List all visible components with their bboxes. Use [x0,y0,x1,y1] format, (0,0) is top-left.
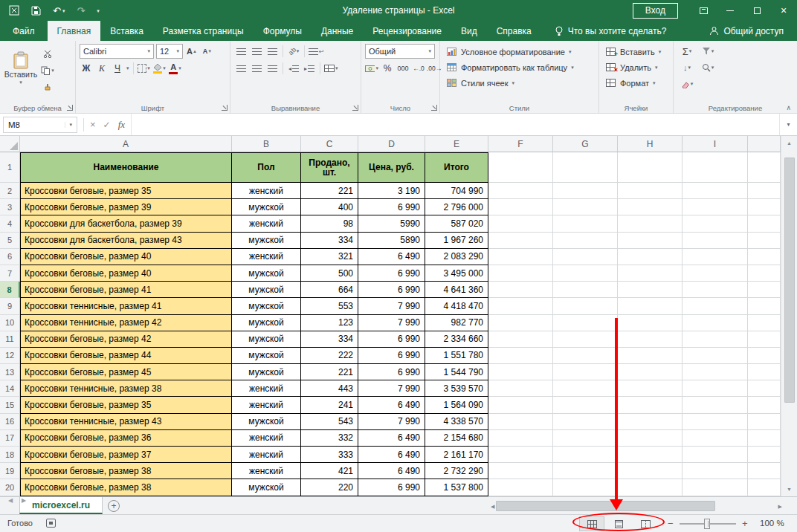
cell-C19[interactable]: 421 [301,463,358,479]
horizontal-scrollbar[interactable]: ◀ ▶ [489,498,784,514]
formula-bar-expand-icon[interactable]: ▾ [779,114,797,135]
column-header-A[interactable]: A [20,136,232,152]
scroll-right-icon[interactable]: ▶ [778,504,782,509]
cell-I5[interactable] [683,233,748,249]
cell-F14[interactable] [488,380,553,397]
cell-D19[interactable]: 6 490 [358,463,425,479]
cell-C11[interactable]: 334 [301,331,358,348]
column-header-C[interactable]: C [301,136,358,152]
autosum-button[interactable]: Σ▾ [680,44,694,59]
cell-B11[interactable]: мужской [232,331,301,348]
cell-D18[interactable]: 6 490 [358,447,425,463]
tab-page-layout[interactable]: Разметка страницы [153,21,254,41]
cell-G10[interactable] [553,315,618,331]
row-header-12[interactable]: 12 [0,348,20,364]
cell-H6[interactable] [618,249,683,265]
cell-D20[interactable]: 6 990 [358,479,425,496]
cell-E19[interactable]: 2 732 290 [425,463,488,479]
cell-E17[interactable]: 2 154 680 [425,430,488,447]
cell-G8[interactable] [553,282,618,298]
cell-I16[interactable] [683,414,748,430]
format-as-table-button[interactable]: Форматировать как таблицу▾ [444,59,596,75]
cell-J6[interactable] [748,249,781,265]
cell-J14[interactable] [748,380,781,397]
row-header-18[interactable]: 18 [0,447,20,463]
cell-F8[interactable] [488,282,553,298]
cell-H15[interactable] [618,397,683,413]
row-header-6[interactable]: 6 [0,249,20,265]
formula-input[interactable] [131,114,779,135]
zoom-slider[interactable] [680,523,736,525]
cell-F15[interactable] [488,397,553,413]
cell-E1[interactable]: Итого [425,152,488,183]
cell-A1[interactable]: Наименование [20,152,232,183]
cell-H13[interactable] [618,364,683,380]
enter-icon[interactable]: ✓ [103,120,111,130]
find-select-icon[interactable]: ▾ [701,60,714,75]
cell-B16[interactable]: мужской [232,414,301,430]
cell-G1[interactable] [553,152,618,183]
column-header-H[interactable]: H [618,136,683,152]
cell-I12[interactable] [683,348,748,364]
cell-I11[interactable] [683,331,748,348]
cell-J9[interactable] [748,298,781,314]
cell-J8[interactable] [748,282,781,298]
row-header-8[interactable]: 8 [0,282,20,298]
comma-style-icon[interactable]: 000 [396,61,410,76]
cell-B6[interactable]: женский [232,249,301,265]
tell-me-box[interactable]: Что вы хотите сделать? [546,21,676,41]
cell-C5[interactable]: 334 [301,233,358,249]
tab-view[interactable]: Вид [451,21,487,41]
sheet-tab-microex[interactable]: microexcel.ru [19,497,103,514]
cell-I9[interactable] [683,298,748,314]
undo-icon[interactable]: ↶▾ [53,6,65,16]
cell-C6[interactable]: 321 [301,249,358,265]
cell-D7[interactable]: 6 990 [358,265,425,282]
cell-D13[interactable]: 6 990 [358,364,425,380]
cell-J17[interactable] [748,430,781,447]
cell-F6[interactable] [488,249,553,265]
cell-E3[interactable]: 2 796 000 [425,199,488,215]
cell-E20[interactable]: 1 537 800 [425,479,488,496]
cell-E4[interactable]: 587 020 [425,215,488,232]
fill-icon[interactable]: ↓▾ [680,60,694,75]
tab-data[interactable]: Данные [312,21,363,41]
cell-J2[interactable] [748,183,781,199]
cell-H3[interactable] [618,199,683,215]
percent-style-icon[interactable]: % [381,61,394,76]
cell-G16[interactable] [553,414,618,430]
tab-review[interactable]: Рецензирование [363,21,451,41]
cell-B14[interactable]: женский [232,380,301,397]
qat-customize-icon[interactable]: ▾ [97,8,100,13]
cell-E7[interactable]: 3 495 000 [425,265,488,282]
cell-A6[interactable]: Кроссовки беговые, размер 40 [20,249,232,265]
cell-A13[interactable]: Кроссовки беговые, размер 45 [20,364,232,380]
row-header-9[interactable]: 9 [0,298,20,314]
cell-D5[interactable]: 5890 [358,233,425,249]
cell-H10[interactable] [618,315,683,331]
decrease-font-size-icon[interactable]: A▼ [201,44,214,59]
cell-C3[interactable]: 400 [301,199,358,215]
cell-B7[interactable]: мужской [232,265,301,282]
number-dialog-launcher-icon[interactable] [431,105,438,111]
cell-F1[interactable] [488,152,553,183]
cell-E9[interactable]: 4 418 470 [425,298,488,314]
copy-icon[interactable]: ▾ [41,63,54,78]
scroll-down-icon[interactable]: ▼ [787,482,792,496]
cell-A8[interactable]: Кроссовки беговые, размер 41 [20,282,232,298]
cell-A18[interactable]: Кроссовки беговые, размер 37 [20,447,232,463]
borders-icon[interactable]: ▾ [138,61,151,76]
ribbon-display-options-icon[interactable] [690,0,717,21]
cell-D10[interactable]: 7 990 [358,315,425,331]
format-painter-icon[interactable] [41,80,54,95]
font-color-icon[interactable]: А▾ [169,61,182,76]
decrease-decimal-icon[interactable]: .00→ [427,61,441,76]
cell-I18[interactable] [683,447,748,463]
cell-G12[interactable] [553,348,618,364]
macro-record-icon[interactable] [46,519,56,528]
cell-C4[interactable]: 98 [301,215,358,232]
cell-B8[interactable]: мужской [232,282,301,298]
cell-E12[interactable]: 1 551 780 [425,348,488,364]
cell-F5[interactable] [488,233,553,249]
row-header-13[interactable]: 13 [0,364,20,380]
